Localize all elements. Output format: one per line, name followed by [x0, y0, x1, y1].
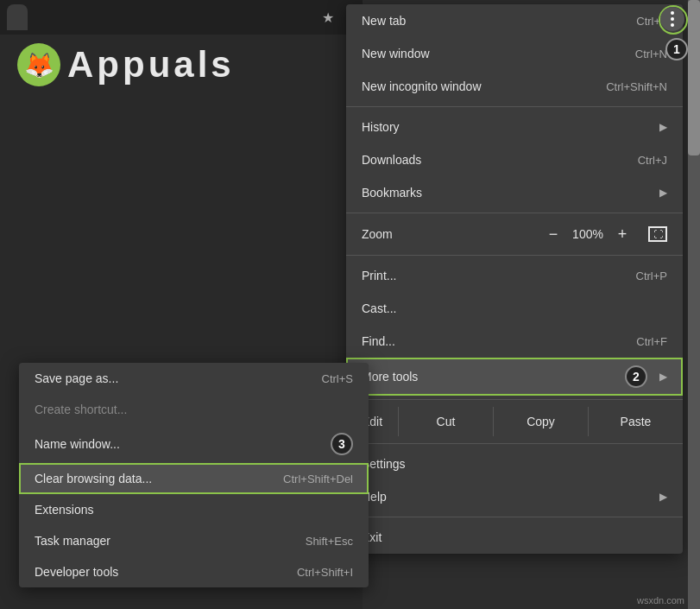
zoom-label: Zoom [362, 227, 543, 241]
dot3 [671, 23, 674, 27]
main-menu-panel: New tab Ctrl+T New window Ctrl+N New inc… [346, 4, 683, 554]
submenu-panel: Save page as... Ctrl+S Create shortcut..… [19, 363, 369, 587]
separator3 [346, 255, 683, 256]
submenu-item-extensions[interactable]: Extensions [19, 494, 369, 525]
new-incognito-shortcut: Ctrl+Shift+N [606, 80, 667, 93]
create-shortcut-label: Create shortcut... [35, 403, 127, 416]
edit-row: Edit Cut Copy Paste [346, 403, 683, 440]
fullscreen-icon: ⛶ [653, 229, 663, 239]
new-tab-label: New tab [362, 14, 406, 28]
save-page-shortcut: Ctrl+S [322, 372, 353, 385]
separator5 [346, 443, 683, 444]
active-tab[interactable] [7, 4, 28, 30]
separator1 [346, 106, 683, 107]
separator4 [346, 399, 683, 400]
paste-button[interactable]: Paste [588, 407, 683, 436]
help-arrow: ▶ [659, 491, 667, 503]
star-icon[interactable]: ★ [319, 9, 337, 26]
menu-item-new-tab[interactable]: New tab Ctrl+T [346, 4, 683, 37]
clear-browsing-shortcut: Ctrl+Shift+Del [283, 473, 353, 485]
print-label: Print... [362, 269, 396, 282]
zoom-fullscreen-button[interactable]: ⛶ [648, 226, 667, 242]
menu-item-more-tools[interactable]: More tools 2 ▶ [346, 358, 683, 396]
more-tools-label: More tools [362, 370, 418, 384]
scrollbar[interactable] [688, 0, 700, 609]
submenu-item-developer-tools[interactable]: Developer tools Ctrl+Shift+I [19, 556, 369, 587]
bookmarks-arrow: ▶ [659, 187, 667, 199]
submenu-item-task-manager[interactable]: Task manager Shift+Esc [19, 525, 369, 556]
zoom-value: 100% [572, 227, 603, 241]
downloads-shortcut: Ctrl+J [638, 154, 667, 167]
cut-button[interactable]: Cut [398, 407, 493, 436]
submenu-item-create-shortcut[interactable]: Create shortcut... [19, 394, 369, 425]
separator6 [346, 517, 683, 517]
step1-badge: 1 [665, 38, 688, 60]
name-window-label: Name window... [35, 437, 120, 451]
menu-item-print[interactable]: Print... Ctrl+P [346, 259, 683, 292]
more-tools-arrow: ▶ [659, 371, 667, 383]
submenu-item-name-window[interactable]: Name window... 3 [19, 425, 369, 463]
appuals-logo-icon: 🦊 [17, 43, 60, 86]
downloads-label: Downloads [362, 153, 421, 167]
cast-label: Cast... [362, 301, 396, 315]
scrollbar-thumb[interactable] [688, 0, 700, 155]
task-manager-label: Task manager [35, 534, 110, 548]
watermark: wsxdn.com [637, 595, 684, 606]
copy-button[interactable]: Copy [493, 407, 588, 436]
new-incognito-label: New incognito window [362, 79, 482, 93]
step3-badge: 3 [331, 433, 353, 455]
menu-item-new-window[interactable]: New window Ctrl+N [346, 37, 683, 70]
task-manager-shortcut: Shift+Esc [306, 535, 353, 548]
extensions-label: Extensions [35, 503, 93, 517]
menu-item-settings[interactable]: Settings [346, 447, 683, 480]
zoom-controls: − 100% + ⛶ [543, 224, 667, 244]
dot2 [671, 17, 674, 21]
print-shortcut: Ctrl+P [636, 270, 667, 282]
zoom-increase-button[interactable]: + [612, 224, 633, 244]
zoom-decrease-button[interactable]: − [543, 224, 564, 244]
history-label: History [362, 120, 400, 134]
submenu-item-clear-browsing[interactable]: Clear browsing data... Ctrl+Shift+Del [19, 463, 369, 494]
step2-badge: 2 [625, 365, 647, 388]
developer-tools-label: Developer tools [35, 565, 118, 579]
clear-browsing-label: Clear browsing data... [35, 472, 152, 485]
developer-tools-shortcut: Ctrl+Shift+I [297, 566, 353, 579]
save-page-label: Save page as... [35, 371, 118, 385]
appuals-title: Appuals [67, 44, 235, 86]
menu-item-find[interactable]: Find... Ctrl+F [346, 325, 683, 358]
history-arrow: ▶ [659, 121, 667, 133]
menu-item-history[interactable]: History ▶ [346, 111, 683, 143]
separator2 [346, 213, 683, 213]
menu-item-exit[interactable]: Exit [346, 521, 683, 554]
three-dots-menu-button[interactable] [660, 7, 684, 31]
menu-item-downloads[interactable]: Downloads Ctrl+J [346, 143, 683, 176]
tab-bar [0, 0, 363, 35]
new-window-shortcut: Ctrl+N [635, 48, 667, 60]
submenu-item-save-page[interactable]: Save page as... Ctrl+S [19, 363, 369, 394]
find-shortcut: Ctrl+F [636, 335, 667, 348]
find-label: Find... [362, 334, 395, 348]
menu-item-new-incognito[interactable]: New incognito window Ctrl+Shift+N [346, 70, 683, 103]
menu-item-help[interactable]: Help ▶ [346, 480, 683, 513]
menu-item-bookmarks[interactable]: Bookmarks ▶ [346, 176, 683, 209]
menu-item-cast[interactable]: Cast... [346, 292, 683, 325]
appuals-logo-area: 🦊 Appuals [17, 43, 235, 86]
dot1 [671, 11, 674, 15]
zoom-row: Zoom − 100% + ⛶ [346, 217, 683, 251]
new-window-label: New window [362, 47, 430, 60]
bookmarks-label: Bookmarks [362, 186, 422, 200]
